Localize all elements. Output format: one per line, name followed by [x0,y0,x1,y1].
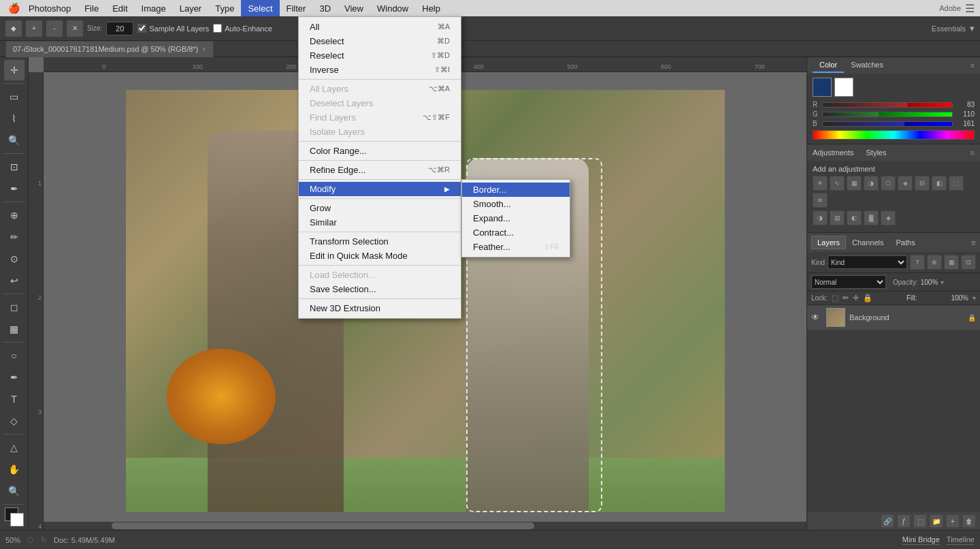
menu-isolate-layers[interactable]: Isolate Layers [299,125,461,139]
menu-new-3d[interactable]: New 3D Extrusion [299,301,461,315]
shape-tool[interactable]: △ [4,437,24,458]
scroll-track-horizontal[interactable] [44,522,806,530]
move-tool[interactable]: ✛ [4,60,24,80]
lock-move-icon[interactable]: ✛ [853,294,859,302]
new-layer-btn[interactable]: + [946,514,960,528]
sample-all-label[interactable]: Sample All Layers [137,24,209,33]
adj-invert[interactable]: ◑ [813,210,828,225]
adj-blackwhite[interactable]: ◧ [932,176,947,191]
menu-all[interactable]: All ⌘A [299,20,461,34]
adj-brightness[interactable]: ☀ [813,176,828,191]
adj-threshold[interactable]: ◐ [847,210,862,225]
eyedropper-tool[interactable]: ✒ [4,178,24,199]
submenu-contract[interactable]: Contract... [462,225,570,240]
menu-quick-mask[interactable]: Edit in Quick Mask Mode [299,249,461,263]
menu-load-selection[interactable]: Load Selection... [299,268,461,282]
menu-reselect[interactable]: Reselect ⇧⌘D [299,48,461,63]
scroll-thumb-horizontal[interactable] [112,522,534,529]
menu-filter[interactable]: Filter [280,0,313,16]
selection-tool[interactable]: ▭ [4,87,24,107]
b-slider[interactable] [822,121,953,127]
tool-add[interactable]: + [26,20,42,37]
menu-save-selection[interactable]: Save Selection... [299,282,461,296]
apple-menu[interactable]: 🍎 [5,0,22,16]
adj-curves[interactable]: ∿ [830,176,845,191]
dodge-tool[interactable]: ○ [4,345,24,366]
menu-type[interactable]: Type [208,0,241,16]
adj-saturation[interactable]: ⬡ [881,176,896,191]
add-mask-btn[interactable]: ⬚ [913,514,927,528]
add-style-btn[interactable]: ƒ [897,514,911,528]
menu-edit[interactable]: Edit [105,0,134,16]
submenu-expand[interactable]: Expand... [462,211,570,225]
color-swatch[interactable] [5,507,24,527]
filter-icon-3[interactable]: ▦ [944,255,959,270]
menu-3d[interactable]: 3D [312,0,338,16]
blend-mode-select[interactable]: Normal [811,275,886,289]
adj-colorbalance[interactable]: ⊟ [915,176,930,191]
sample-all-checkbox[interactable] [137,24,146,33]
size-input[interactable]: 20 [106,22,133,35]
r-slider[interactable] [822,102,953,108]
adj-panel-menu[interactable]: ≡ [970,148,975,157]
menu-modify[interactable]: Modify ▶ Border... Smooth... Expand... C… [299,182,461,196]
tool-intersect[interactable]: ✕ [67,20,83,37]
adj-hue[interactable]: ◑ [864,176,879,191]
opacity-arrow[interactable]: ▾ [941,279,944,286]
menu-transform-selection[interactable]: Transform Selection [299,234,461,249]
adj-levels[interactable]: ▦ [847,176,862,191]
menu-help[interactable]: Help [415,0,447,16]
pen-tool[interactable]: ✒ [4,367,24,388]
tab-layers[interactable]: Layers [811,236,846,249]
tool-subtract[interactable]: - [46,20,63,37]
auto-enhance-label[interactable]: Auto-Enhance [213,24,272,33]
layer-row-background[interactable]: 👁 Background 🔒 [807,305,980,330]
menu-similar[interactable]: Similar [299,215,461,230]
zoom-tool[interactable]: 🔍 [4,481,24,501]
menu-layer[interactable]: Layer [173,0,209,16]
quick-select-tool[interactable]: 🔍 [4,130,24,151]
color-panel-menu[interactable]: ≡ [970,61,975,69]
layers-panel-menu[interactable]: ≡ [970,238,976,248]
timeline-label[interactable]: Timeline [947,535,975,545]
kind-select[interactable]: Kind [828,255,907,269]
styles-tab[interactable]: Styles [866,148,887,157]
fg-swatch[interactable] [813,78,832,97]
color-spectrum[interactable] [813,130,975,140]
adj-posterize[interactable]: ▤ [830,210,845,225]
tab-close-button[interactable]: × [202,46,206,52]
spot-heal-tool[interactable]: ⊕ [4,205,24,225]
menu-photoshop[interactable]: Photoshop [22,0,78,16]
eraser-tool[interactable]: ◻ [4,297,24,317]
menu-grow[interactable]: Grow [299,201,461,215]
new-group-btn[interactable]: 📁 [930,514,943,528]
adj-photo-filter[interactable]: ⬚ [949,176,964,191]
menu-all-layers[interactable]: All Layers ⌥⌘A [299,82,461,96]
gradient-tool[interactable]: ▦ [4,319,24,339]
background-color[interactable] [10,513,24,527]
brush-tool[interactable]: ✏ [4,227,24,247]
layer-visibility-icon[interactable]: 👁 [811,313,822,322]
tab-paths[interactable]: Paths [890,236,921,249]
submenu-feather[interactable]: Feather... ⇧F6 [462,240,570,254]
menu-deselect[interactable]: Deselect ⌘D [299,34,461,48]
lock-transparent-icon[interactable]: ⬚ [832,294,838,302]
bg-swatch[interactable] [834,78,853,97]
delete-layer-btn[interactable]: 🗑 [962,514,976,528]
menu-window[interactable]: Window [370,0,415,16]
history-tool[interactable]: ↩ [4,270,24,291]
auto-enhance-checkbox[interactable] [213,24,222,33]
document-tab[interactable]: 07-iStock_000017617181Medium.psd @ 50% (… [5,41,214,57]
path-tool[interactable]: ◇ [4,411,24,431]
filter-icon-4[interactable]: ⊡ [961,255,976,270]
g-slider[interactable] [822,112,953,117]
adj-channel[interactable]: ≋ [813,193,828,208]
adj-gradient-map[interactable]: ▓ [864,210,879,225]
lasso-tool[interactable]: ⌇ [4,108,24,129]
filter-icon-2[interactable]: ⊕ [927,255,942,270]
adj-selective[interactable]: ◈ [881,210,896,225]
submenu-smooth[interactable]: Smooth... [462,197,570,211]
menu-color-range[interactable]: Color Range... [299,144,461,158]
menu-deselect-layers[interactable]: Deselect Layers [299,96,461,110]
menu-file[interactable]: File [78,0,105,16]
